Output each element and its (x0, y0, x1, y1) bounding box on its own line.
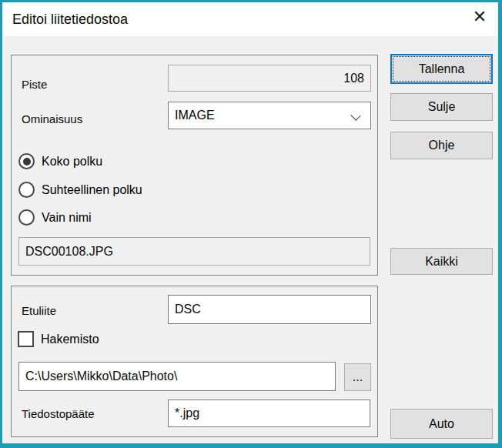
radio-koko-polku[interactable]: Koko polku (18, 153, 102, 169)
radio-unselected-icon[interactable] (18, 209, 35, 226)
hakemisto-checkbox-row[interactable]: Hakemisto (18, 331, 99, 347)
etuliite-label: Etuliite (22, 304, 56, 317)
path-input[interactable]: C:\Users\Mikko\Data\Photo\ (18, 362, 336, 391)
tiedostopaate-label: Tiedostopääte (22, 407, 95, 420)
radio-label: Suhteellinen polku (42, 183, 142, 197)
kaikki-button[interactable]: Kaikki (390, 248, 493, 275)
piste-field: 108 (168, 65, 371, 92)
auto-button[interactable]: Auto (390, 409, 493, 439)
radio-selected-icon[interactable] (18, 153, 35, 169)
radio-vain-nimi[interactable]: Vain nimi (18, 209, 92, 226)
ominaisuus-label: Ominaisuus (22, 112, 82, 125)
tallenna-button[interactable]: Tallenna (390, 54, 493, 84)
ominaisuus-combobox[interactable]: IMAGE (168, 102, 371, 129)
titlebar: Editoi liitetiedostoa (2, 2, 498, 36)
edit-attachment-dialog: Editoi liitetiedostoa ✕ Piste 108 Ominai… (0, 0, 502, 448)
radio-label: Koko polku (42, 155, 102, 169)
radio-label: Vain nimi (42, 211, 92, 225)
piste-label: Piste (22, 78, 47, 91)
sulje-button[interactable]: Sulje (390, 93, 493, 121)
radio-suhteellinen-polku[interactable]: Suhteellinen polku (18, 182, 142, 198)
hakemisto-label: Hakemisto (41, 333, 99, 346)
close-icon[interactable]: ✕ (467, 4, 493, 30)
tiedostopaate-input[interactable]: *.jpg (168, 400, 370, 427)
browse-button[interactable]: ... (344, 363, 371, 391)
filename-field: DSC00108.JPG (18, 237, 370, 266)
radio-unselected-icon[interactable] (18, 182, 35, 198)
etuliite-input[interactable]: DSC (168, 295, 371, 324)
dialog-title: Editoi liitetiedostoa (12, 12, 128, 28)
combobox-selected-value: IMAGE (175, 109, 215, 122)
chevron-down-icon[interactable] (350, 110, 360, 120)
ohje-button[interactable]: Ohje (390, 132, 493, 159)
checkbox-unchecked-icon[interactable] (18, 331, 34, 347)
